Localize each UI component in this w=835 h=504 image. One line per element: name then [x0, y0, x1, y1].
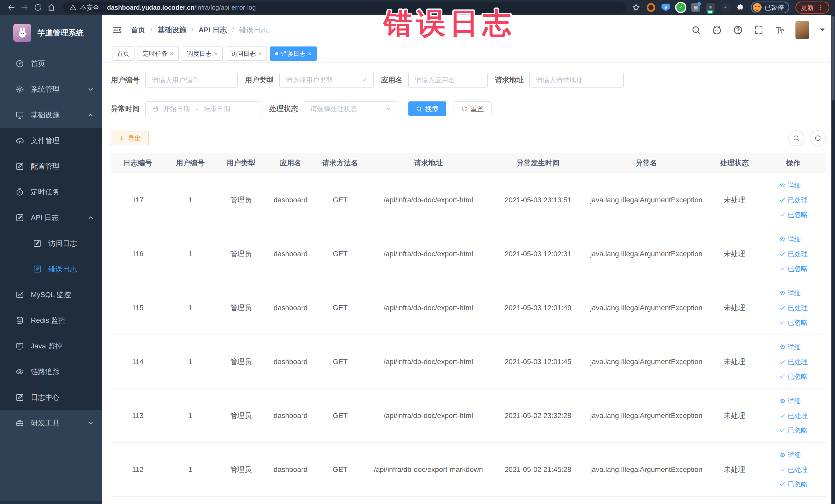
app-name-input[interactable]: 请输入应用名: [408, 73, 488, 87]
eye-icon: [779, 236, 786, 243]
detail-link[interactable]: 详细: [779, 181, 801, 190]
mark-processed-link[interactable]: 已处理: [779, 411, 808, 420]
mark-ignored-link[interactable]: 已忽略: [779, 318, 808, 327]
breadcrumb-infrastructure[interactable]: 基础设施: [158, 25, 186, 35]
font-size-icon[interactable]: [774, 25, 785, 35]
browser-back-button[interactable]: [6, 2, 17, 13]
user-id-input[interactable]: 请输入用户编号: [145, 73, 238, 87]
detail-link[interactable]: 详细: [779, 397, 801, 406]
mark-processed-link[interactable]: 已处理: [779, 303, 808, 313]
header-search-icon[interactable]: [691, 25, 701, 35]
breadcrumb-home[interactable]: 首页: [131, 25, 145, 35]
sidebar-item-dev-tools[interactable]: 研发工具: [0, 410, 102, 436]
mark-processed-link[interactable]: 已处理: [779, 196, 808, 205]
sidebar-item-error-log[interactable]: 错误日志: [0, 256, 102, 282]
mark-ignored-link[interactable]: 已忽略: [779, 210, 808, 219]
app-logo[interactable]: 芋道管理系统: [0, 15, 102, 51]
tag-close-icon[interactable]: ×: [258, 51, 262, 57]
col-user-id: 用户编号: [165, 153, 216, 173]
reset-button[interactable]: 重置: [453, 101, 492, 116]
process-status-select[interactable]: 请选择处理状态: [304, 101, 398, 116]
detail-link[interactable]: 详细: [779, 343, 801, 352]
table-row: 115 1 管理员 dashboard GET /api/infra/db-do…: [111, 281, 826, 335]
browser-reload-button[interactable]: [32, 2, 44, 13]
mark-processed-link[interactable]: 已处理: [779, 249, 808, 259]
sidebar-item-file-management[interactable]: 文件管理: [0, 128, 102, 154]
sidebar-item-mysql-monitor[interactable]: MySQL 监控: [0, 282, 102, 308]
user-type-select[interactable]: 请选择用户类型: [279, 73, 374, 87]
sidebar-item-infrastructure[interactable]: 基础设施: [0, 102, 102, 128]
mark-ignored-link[interactable]: 已忽略: [779, 426, 808, 435]
app-title: 芋道管理系统: [38, 28, 84, 38]
sidebar-item-redis-monitor[interactable]: Redis 监控: [0, 308, 102, 333]
sidebar-item-access-log[interactable]: 访问日志: [0, 230, 102, 256]
extension-grid-icon[interactable]: ▦: [691, 3, 700, 12]
extensions-puzzle-icon[interactable]: [736, 3, 745, 12]
bookmark-star-icon[interactable]: [632, 3, 640, 12]
tag-close-icon[interactable]: ×: [170, 51, 174, 57]
exception-time-range-picker[interactable]: 开始日期 - 结束日期: [145, 101, 262, 116]
extension-orange-ring-icon[interactable]: [647, 3, 655, 12]
browser-forward-button[interactable]: [19, 2, 30, 13]
browser-home-button[interactable]: [46, 2, 57, 13]
sidebar-item-system-management[interactable]: 系统管理: [0, 77, 102, 102]
sidebar-item-api-log[interactable]: API 日志: [0, 205, 102, 230]
user-menu-caret-icon[interactable]: [820, 28, 825, 31]
tag-close-icon[interactable]: ×: [214, 51, 218, 57]
cell-exception-name: java.lang.IllegalArgumentException: [585, 281, 708, 335]
page-scrollbar[interactable]: [831, 15, 835, 504]
extension-blue-shield-icon[interactable]: V: [661, 4, 670, 11]
tag-scheduled-jobs[interactable]: 定时任务×: [138, 46, 179, 61]
fullscreen-icon[interactable]: [754, 25, 763, 35]
cell-request-url: /api/infra/db-doc/export-html: [365, 173, 492, 227]
request-url-input[interactable]: 请输入请求地址: [529, 73, 624, 87]
mark-processed-link[interactable]: 已处理: [779, 357, 808, 366]
export-button[interactable]: 导出: [111, 131, 149, 145]
tag-access-log[interactable]: 访问日志×: [226, 46, 267, 61]
search-button[interactable]: 搜索: [408, 101, 446, 116]
cell-log-id: 115: [111, 281, 165, 335]
scrollbar-thumb[interactable]: [832, 16, 834, 101]
app-name-label: 应用名: [381, 75, 403, 85]
browser-update-button[interactable]: 更新 ⋮: [795, 2, 829, 14]
cell-process-status: 未处理: [708, 173, 761, 227]
tag-error-log[interactable]: 错误日志×: [270, 46, 317, 61]
toggle-search-button[interactable]: [788, 130, 804, 146]
mark-processed-link[interactable]: 已处理: [779, 465, 808, 474]
sidebar-collapse-button[interactable]: [112, 25, 122, 35]
col-request-url: 请求地址: [365, 153, 492, 173]
help-icon[interactable]: [733, 25, 743, 35]
user-avatar[interactable]: [795, 21, 809, 39]
mark-ignored-link[interactable]: 已忽略: [779, 372, 808, 381]
mark-ignored-link[interactable]: 已忽略: [779, 480, 808, 489]
sidebar-item-home[interactable]: 首页: [0, 51, 102, 77]
briefcase-icon: [15, 419, 24, 427]
detail-link[interactable]: 详细: [779, 289, 801, 298]
mark-ignored-link[interactable]: 已忽略: [779, 264, 808, 273]
sidebar-item-java-monitor[interactable]: Java 监控: [0, 333, 102, 359]
calendar-icon: [152, 105, 159, 112]
tag-home[interactable]: 首页: [112, 46, 135, 61]
check-icon: [779, 304, 786, 311]
detail-link[interactable]: 详细: [779, 235, 801, 244]
extension-green-circle-icon[interactable]: ✓: [676, 3, 685, 12]
cell-app-name: dashboard: [266, 389, 315, 443]
sidebar-item-log-center[interactable]: 日志中心: [0, 385, 102, 410]
detail-link[interactable]: 详细: [779, 450, 801, 460]
tag-close-icon[interactable]: ×: [308, 51, 312, 57]
sidebar-item-config-management[interactable]: 配置管理: [0, 154, 102, 179]
cell-process-status: 未处理: [708, 227, 761, 281]
extension-on-badge-icon[interactable]: ≡on: [706, 3, 715, 12]
browser-menu-kebab-icon[interactable]: ⋮: [817, 6, 824, 9]
sidebar-item-scheduled-jobs[interactable]: 定时任务: [0, 179, 102, 205]
address-bar[interactable]: 不安全 dashboard.yudao.iocoder.cn/infra/log…: [63, 2, 626, 13]
breadcrumb-api-log[interactable]: API 日志: [199, 25, 227, 35]
refresh-table-button[interactable]: [810, 130, 826, 146]
extension-sprout-icon[interactable]: ❧: [721, 3, 730, 12]
tag-schedule-log[interactable]: 调度日志×: [182, 46, 223, 61]
github-icon[interactable]: [712, 25, 722, 35]
eye-icon: [779, 344, 786, 350]
browser-profile-chip[interactable]: 已暂停: [751, 2, 789, 13]
sidebar-item-trace[interactable]: 链路追踪: [0, 359, 102, 385]
cell-user-type: 管理员: [216, 227, 266, 281]
